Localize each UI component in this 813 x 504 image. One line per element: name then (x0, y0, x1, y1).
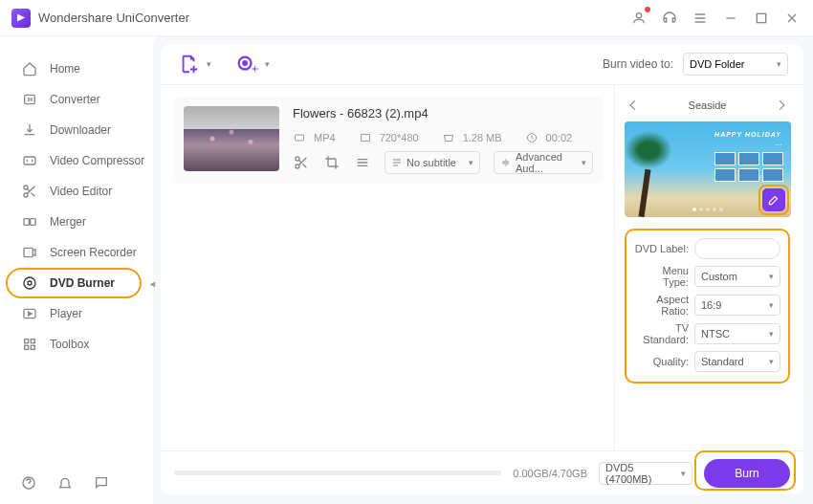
svg-point-5 (24, 193, 28, 197)
account-icon[interactable] (629, 9, 648, 28)
palm-decoration (625, 131, 672, 217)
converter-icon (21, 92, 38, 107)
bell-icon[interactable] (57, 475, 75, 493)
theme-subtitle: • • • (776, 142, 781, 147)
sidebar-item-home[interactable]: Home (0, 54, 153, 84)
svg-rect-15 (31, 345, 34, 349)
play-icon (21, 306, 38, 321)
file-format: MP4 (314, 132, 336, 143)
sidebar-item-toolbox[interactable]: Toolbox (0, 329, 153, 360)
sidebar-bottom (21, 475, 111, 493)
titlebar: Wondershare UniConverter (0, 0, 813, 36)
svg-point-18 (243, 61, 247, 65)
sidebar-item-downloader[interactable]: Downloader (0, 115, 153, 145)
prev-theme-button[interactable] (625, 97, 642, 114)
aspect-ratio-select[interactable]: 16:9▾ (694, 295, 780, 316)
dvd-settings: DVD Label: Menu Type: Custom▾ Aspect Rat… (625, 229, 790, 383)
caret-icon: ▾ (777, 59, 781, 69)
burn-button[interactable]: Burn (704, 459, 790, 488)
help-icon[interactable] (21, 475, 38, 493)
aspect-ratio-label: Aspect Ratio: (634, 294, 694, 317)
sidebar-item-player[interactable]: Player (0, 298, 153, 329)
audio-select[interactable]: Advanced Aud... ▾ (494, 151, 593, 174)
quality-select[interactable]: Standard▾ (694, 351, 780, 372)
subtitle-value: No subtitle (406, 157, 456, 168)
home-icon (21, 61, 38, 77)
sidebar-item-label: Screen Recorder (50, 246, 137, 259)
load-disc-button[interactable] (234, 51, 261, 77)
file-size: 1.28 MB (463, 132, 502, 143)
notification-dot (645, 7, 650, 12)
body: Flowers - 66823 (2).mp4 MP4 720*480 1.28… (161, 84, 803, 494)
sidebar-item-compressor[interactable]: Video Compressor (0, 145, 153, 176)
svg-point-10 (28, 281, 32, 285)
dvd-label-label: DVD Label: (634, 243, 694, 254)
edit-theme-button[interactable] (762, 188, 785, 211)
panel: ▾ ▾ Burn video to: DVD Folder ▾ (161, 44, 803, 494)
audio-value: Advanced Aud... (516, 151, 574, 174)
svg-point-0 (636, 12, 641, 17)
caret-icon: ▾ (582, 158, 586, 167)
trim-button[interactable] (293, 154, 310, 171)
burn-to-value: DVD Folder (690, 58, 744, 70)
file-list: Flowers - 66823 (2).mp4 MP4 720*480 1.28… (161, 85, 614, 450)
tv-standard-label: TV Standard: (634, 322, 694, 345)
menu-type-select[interactable]: Custom▾ (694, 266, 780, 287)
menu-icon[interactable] (691, 9, 710, 28)
burn-to-select[interactable]: DVD Folder ▾ (683, 53, 788, 76)
sidebar-item-label: Toolbox (50, 338, 89, 351)
sidebar-item-converter[interactable]: Converter (0, 84, 153, 115)
sidebar-item-dvdburner[interactable]: DVD Burner ◂ (0, 268, 153, 298)
sidebar-item-editor[interactable]: Video Editor (0, 176, 153, 207)
close-icon[interactable] (782, 9, 802, 28)
resolution-icon (359, 132, 372, 143)
scissors-icon (21, 184, 38, 199)
svg-rect-20 (361, 135, 369, 142)
file-name: Flowers - 66823 (2).mp4 (293, 106, 593, 121)
svg-rect-13 (31, 340, 34, 343)
menu-type-label: Menu Type: (634, 265, 694, 288)
download-icon (21, 122, 38, 138)
format-icon (293, 132, 306, 143)
load-disc-caret[interactable]: ▾ (265, 59, 270, 69)
support-icon[interactable] (660, 9, 679, 28)
tv-standard-select[interactable]: NTSC▾ (694, 323, 780, 344)
next-theme-button[interactable] (773, 97, 790, 114)
file-thumbnail[interactable] (184, 106, 279, 171)
svg-rect-7 (31, 219, 35, 226)
crop-button[interactable] (323, 154, 341, 171)
sidebar-item-label: Merger (50, 215, 86, 229)
svg-rect-3 (24, 157, 35, 164)
sidebar-item-recorder[interactable]: Screen Recorder (0, 237, 153, 268)
add-file-button[interactable] (176, 51, 203, 77)
more-button[interactable] (354, 154, 371, 171)
disc-usage-bar (174, 471, 501, 475)
svg-rect-19 (296, 135, 304, 141)
feedback-icon[interactable] (94, 475, 111, 493)
disc-type-select[interactable]: DVD5 (4700MB) ▾ (599, 462, 692, 485)
subtitle-icon (391, 157, 403, 168)
sidebar-item-label: Player (50, 307, 82, 320)
minimize-icon[interactable] (721, 9, 740, 28)
grid-icon (21, 337, 38, 352)
caret-icon: ▾ (469, 158, 473, 167)
audio-icon (500, 157, 512, 168)
sidebar: Home Converter Downloader Video Compress… (0, 36, 153, 504)
caret-icon: ▾ (681, 469, 686, 478)
collapse-icon[interactable]: ◂ (147, 276, 157, 290)
theme-preview[interactable]: HAPPY HOLIDAY • • • (625, 121, 791, 217)
sidebar-item-merger[interactable]: Merger (0, 207, 153, 237)
theme-thumbs (714, 152, 783, 182)
add-file-caret[interactable]: ▾ (207, 59, 211, 69)
file-item: Flowers - 66823 (2).mp4 MP4 720*480 1.28… (174, 97, 603, 184)
dvd-label-input[interactable] (694, 238, 780, 259)
record-icon (21, 245, 38, 260)
maximize-icon[interactable] (752, 9, 771, 28)
svg-rect-6 (24, 219, 29, 226)
sidebar-item-label: Converter (50, 93, 100, 106)
file-resolution: 720*480 (380, 132, 419, 143)
sidebar-item-label: Video Compressor (50, 154, 144, 167)
disc-type-value: DVD5 (4700MB) (605, 462, 681, 485)
subtitle-select[interactable]: No subtitle ▾ (385, 151, 480, 174)
quality-label: Quality: (634, 356, 694, 367)
